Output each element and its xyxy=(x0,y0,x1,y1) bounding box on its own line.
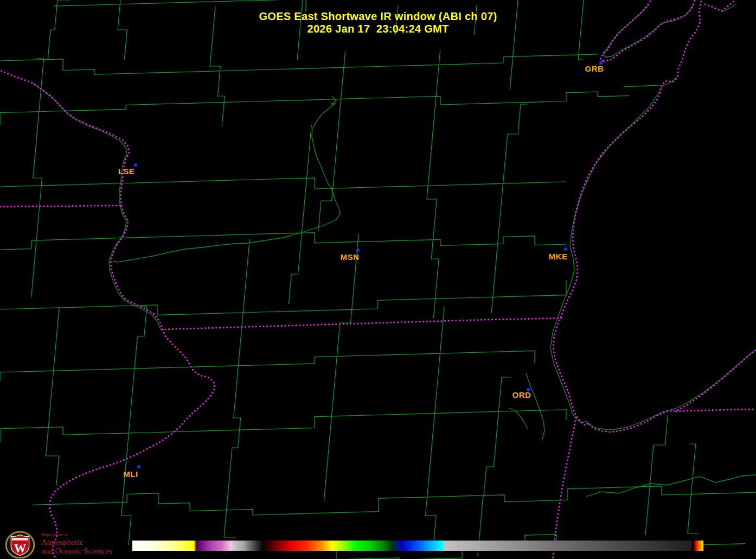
county-line-col-16 xyxy=(224,239,249,537)
county-line-col-7 xyxy=(318,52,345,231)
county-line-col-8 xyxy=(289,125,311,304)
county-line-row-7 xyxy=(0,410,566,442)
logo-text: Department of Atmospheric and Oceanic Sc… xyxy=(41,531,112,555)
door-corner-shore xyxy=(705,1,734,11)
county-line-row-5 xyxy=(0,280,566,315)
goes-ir-satellite-viewer: GRBLSEMSNMKEORDMLI GOES East Shortwave I… xyxy=(0,0,756,559)
in-mi-border xyxy=(676,409,756,411)
county-line-col-11 xyxy=(426,307,445,545)
mn-ia-border xyxy=(0,206,121,207)
county-line-row-2 xyxy=(0,92,629,125)
county-line-row-3 xyxy=(0,178,566,189)
county-line-col-18 xyxy=(46,307,59,486)
satellite-map xyxy=(0,0,756,559)
county-line-col-13 xyxy=(491,104,528,313)
logo-dept-line: Department of xyxy=(42,533,112,537)
logo-name-line-1: Atmospheric xyxy=(41,538,112,547)
shore-county-link xyxy=(624,85,659,87)
lake-michigan-shore xyxy=(553,0,756,432)
county-line-col-14 xyxy=(478,377,511,556)
county-line-col-17 xyxy=(121,307,147,545)
county-line-col-2 xyxy=(31,59,44,297)
uw-crest-icon: W xyxy=(4,531,36,558)
des-plaines-river xyxy=(526,373,544,441)
county-line-col-19 xyxy=(645,415,668,535)
image-title: GOES East Shortwave IR window (ABI ch 07… xyxy=(0,10,756,35)
wi-il-border xyxy=(162,318,562,329)
uw-aos-logo: W Department of Atmospheric and Oceanic … xyxy=(4,531,112,558)
ir-enhancement-colorbar xyxy=(132,541,703,551)
county-line-col-20 xyxy=(688,444,699,533)
title-line-2: 2026 Jan 17 23:04:24 GMT xyxy=(0,23,756,35)
crest-letter: W xyxy=(14,542,26,555)
county-line-col-10 xyxy=(427,50,440,319)
county-line-row-6 xyxy=(0,351,535,381)
county-line-row-1 xyxy=(0,54,598,74)
county-line-row-4 xyxy=(0,233,566,250)
county-line-col-9 xyxy=(324,233,358,502)
logo-name-line-2: and Oceanic Sciences xyxy=(41,547,112,555)
title-line-1: GOES East Shortwave IR window (ABI ch 07… xyxy=(0,10,756,23)
